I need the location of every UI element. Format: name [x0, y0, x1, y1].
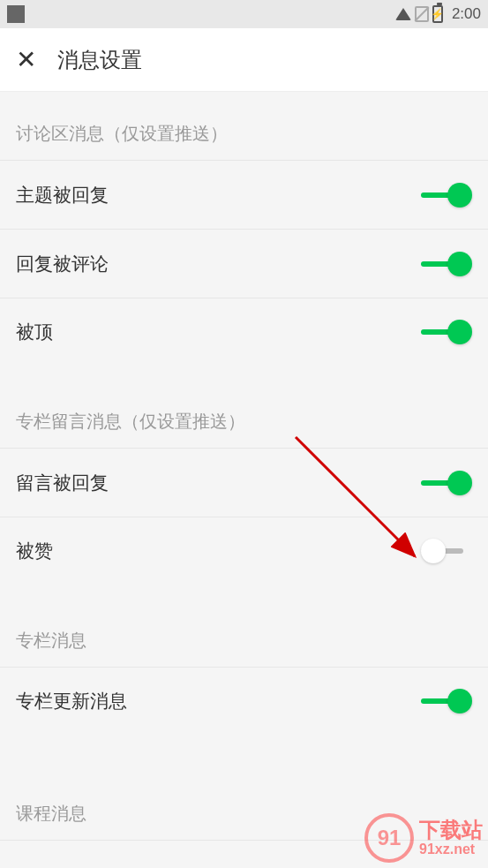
- no-sim-icon: [415, 6, 429, 22]
- row-bumped: 被顶: [0, 298, 488, 380]
- switch-bumped[interactable]: [421, 320, 472, 344]
- row-label: 留言被回复: [16, 471, 109, 495]
- row-label: 主题被回复: [16, 183, 109, 208]
- row-column-update: 专栏更新消息: [0, 668, 488, 749]
- page-title: 消息设置: [57, 46, 142, 74]
- battery-charging-icon: ⚡: [432, 5, 443, 23]
- row-label: 回复被评论: [16, 252, 109, 276]
- wifi-icon: [395, 8, 411, 20]
- close-button[interactable]: ✕: [16, 45, 36, 74]
- switch-reply-commented[interactable]: [421, 252, 472, 276]
- status-bar: ⚡ 2:00: [0, 0, 488, 28]
- section-header-column-comment: 专栏留言消息（仅设置推送）: [0, 380, 488, 449]
- row-liked: 被赞: [0, 517, 488, 599]
- switch-comment-replied[interactable]: [421, 471, 472, 495]
- section-header-discussion: 讨论区消息（仅设置推送）: [0, 92, 488, 161]
- section-header-column: 专栏消息: [0, 599, 488, 668]
- status-time: 2:00: [452, 5, 481, 23]
- app-indicator-icon: [7, 5, 25, 23]
- row-label: 被顶: [16, 320, 53, 344]
- row-reply-commented: 回复被评论: [0, 230, 488, 298]
- watermark-sub: 91xz.net: [419, 842, 483, 857]
- row-comment-replied: 留言被回复: [0, 449, 488, 517]
- switch-column-update[interactable]: [421, 689, 472, 713]
- section-header-course: 课程消息: [0, 749, 488, 841]
- row-label: 专栏更新消息: [16, 689, 127, 713]
- row-topic-replied: 主题被回复: [0, 161, 488, 230]
- row-label: 被赞: [16, 539, 53, 563]
- switch-topic-replied[interactable]: [421, 183, 472, 208]
- app-header: ✕ 消息设置: [0, 28, 488, 92]
- switch-liked[interactable]: [421, 539, 472, 563]
